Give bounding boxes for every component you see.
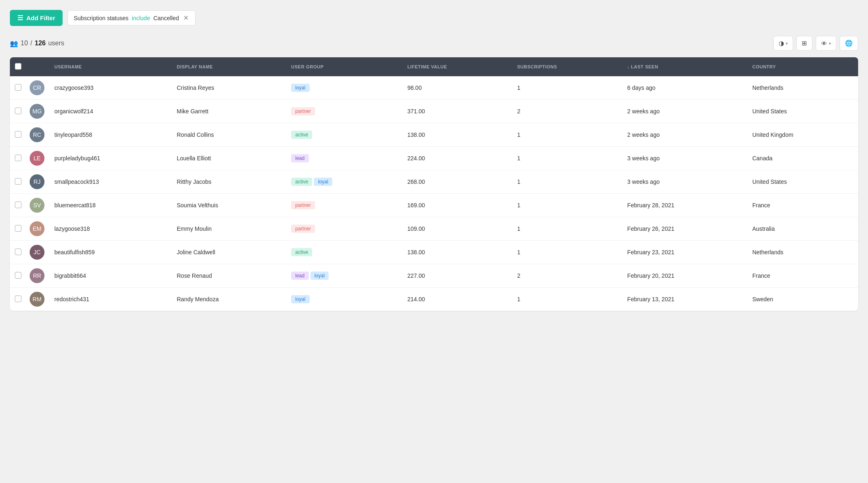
chevron-down-icon: ▾ [786, 41, 788, 46]
display-name-cell: Soumia Velthuis [170, 194, 285, 217]
username-cell[interactable]: tinyleopard558 [48, 123, 170, 147]
username-cell[interactable]: bigrabbit664 [48, 264, 170, 288]
table-row: CRcrazygoose393Cristina Reyesloyal98.001… [10, 76, 858, 100]
avatar-cell: CR [26, 76, 48, 100]
avatar: MG [30, 104, 44, 119]
row-checkbox[interactable] [15, 249, 21, 255]
users-count: 👥 10 / 126 users [10, 40, 64, 47]
lifetime-value-cell: 224.00 [401, 147, 511, 170]
display-name-cell: Cristina Reyes [170, 76, 285, 100]
user-group-col-header[interactable]: USER GROUP [285, 57, 401, 76]
layout-icon: ⊞ [802, 40, 807, 47]
username-cell[interactable]: lazygoose318 [48, 217, 170, 241]
table-row: JCbeautifulfish859Joline Caldwellactive1… [10, 241, 858, 264]
username-cell[interactable]: organicwolf214 [48, 100, 170, 123]
display-name-cell: Louella Elliott [170, 147, 285, 170]
layout-button[interactable]: ⊞ [796, 36, 812, 51]
last-seen-cell: 2 weeks ago [621, 100, 746, 123]
users-label: users [48, 40, 64, 47]
row-checkbox[interactable] [15, 108, 21, 114]
row-checkbox[interactable] [15, 155, 21, 161]
avatar: RR [30, 268, 44, 283]
user-group-cell: loyal [285, 288, 401, 311]
display-name-cell: Ritthy Jacobs [170, 170, 285, 194]
user-group-tag: lead [291, 272, 309, 280]
row-checkbox[interactable] [15, 272, 21, 279]
user-group-tag: loyal [310, 272, 329, 280]
avatar-cell: SV [26, 194, 48, 217]
lifetime-value-cell: 268.00 [401, 170, 511, 194]
users-summary: 👥 10 / 126 users ◑ ▾ ⊞ 👁 ▾ 🌐 [10, 36, 858, 51]
visibility-button[interactable]: 👁 ▾ [816, 36, 836, 51]
last-seen-col-header[interactable]: ↓LAST SEEN [621, 57, 746, 76]
eye-icon: 👁 [821, 40, 827, 47]
user-group-cell: lead [285, 147, 401, 170]
subscriptions-cell: 1 [511, 147, 621, 170]
filter-icon: ☰ [17, 14, 23, 22]
table-row: SVbluemeercat818Soumia Velthuispartner16… [10, 194, 858, 217]
display-name-cell: Joline Caldwell [170, 241, 285, 264]
row-checkbox-cell [10, 217, 26, 241]
display-name-cell: Mike Garrett [170, 100, 285, 123]
avatar: SV [30, 198, 44, 213]
username-cell[interactable]: smallpeacock913 [48, 170, 170, 194]
avatar: LE [30, 151, 44, 166]
display-name-cell: Ronald Collins [170, 123, 285, 147]
username-cell[interactable]: redostrich431 [48, 288, 170, 311]
user-group-cell: partner [285, 217, 401, 241]
columns-icon: ◑ [779, 40, 784, 47]
username-cell[interactable]: beautifulfish859 [48, 241, 170, 264]
country-col-header[interactable]: COUNTRY [746, 57, 858, 76]
avatar-cell: JC [26, 241, 48, 264]
username-cell[interactable]: crazygoose393 [48, 76, 170, 100]
display-name-cell: Rose Renaud [170, 264, 285, 288]
avatar-col-header [26, 57, 48, 76]
country-cell: Sweden [746, 288, 858, 311]
subscriptions-col-header[interactable]: SUBSCRIPTIONS [511, 57, 621, 76]
user-group-cell: active [285, 241, 401, 264]
filter-prefix: Subscription statuses [74, 15, 128, 21]
row-checkbox-cell [10, 241, 26, 264]
user-group-tag: active [291, 131, 312, 139]
country-cell: United States [746, 170, 858, 194]
row-checkbox[interactable] [15, 295, 21, 302]
row-checkbox[interactable] [15, 225, 21, 232]
last-seen-cell: 3 weeks ago [621, 170, 746, 194]
avatar-cell: RJ [26, 170, 48, 194]
row-checkbox[interactable] [15, 202, 21, 208]
row-checkbox[interactable] [15, 131, 21, 138]
user-group-tag: active [291, 178, 312, 186]
lifetime-value-cell: 214.00 [401, 288, 511, 311]
avatar: RM [30, 292, 44, 307]
last-seen-cell: February 28, 2021 [621, 194, 746, 217]
last-seen-cell: 2 weeks ago [621, 123, 746, 147]
subscriptions-cell: 1 [511, 217, 621, 241]
row-checkbox-cell [10, 170, 26, 194]
lifetime-value-col-header[interactable]: LIFETIME VALUE [401, 57, 511, 76]
display-name-col-header[interactable]: DISPLAY NAME [170, 57, 285, 76]
row-checkbox[interactable] [15, 178, 21, 185]
subscriptions-cell: 1 [511, 288, 621, 311]
columns-button[interactable]: ◑ ▾ [773, 36, 793, 51]
user-group-tag: lead [291, 154, 309, 162]
user-group-tag: active [291, 248, 312, 256]
lifetime-value-cell: 98.00 [401, 76, 511, 100]
row-checkbox-cell [10, 194, 26, 217]
row-checkbox[interactable] [15, 84, 21, 91]
user-group-cell: activeloyal [285, 170, 401, 194]
avatar-cell: MG [26, 100, 48, 123]
lifetime-value-cell: 227.00 [401, 264, 511, 288]
filter-value: Cancelled [153, 15, 179, 21]
table-row: RCtinyleopard558Ronald Collinsactive138.… [10, 123, 858, 147]
lifetime-value-cell: 371.00 [401, 100, 511, 123]
subscriptions-cell: 1 [511, 241, 621, 264]
filter-close-button[interactable]: ✕ [182, 14, 189, 22]
select-all-checkbox[interactable] [15, 63, 21, 70]
globe-button[interactable]: 🌐 [840, 36, 858, 51]
username-cell[interactable]: purpleladybug461 [48, 147, 170, 170]
add-filter-button[interactable]: ☰ Add Filter [10, 10, 63, 26]
username-cell[interactable]: bluemeercat818 [48, 194, 170, 217]
row-checkbox-cell [10, 100, 26, 123]
total-count: 126 [35, 40, 46, 47]
username-col-header[interactable]: USERNAME [48, 57, 170, 76]
